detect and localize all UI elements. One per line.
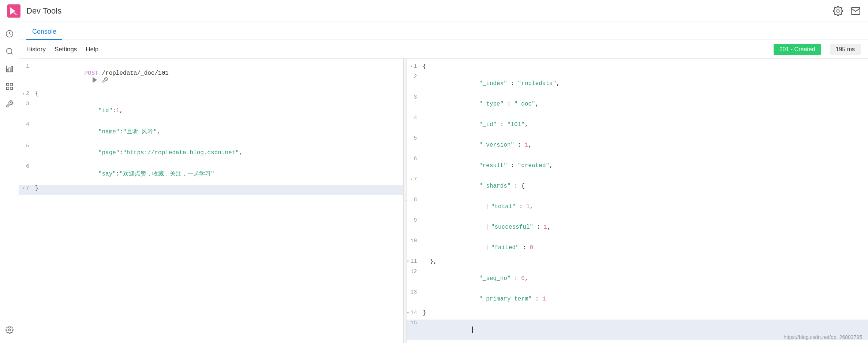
code-line: ▾7 "_shards" : { <box>407 176 868 196</box>
svg-rect-13 <box>10 87 12 89</box>
left-panel: 1 POST /ropledata/_doc/101 <box>19 59 404 343</box>
sidebar-item-search[interactable] <box>2 44 17 59</box>
line-number: ▾2 <box>19 91 34 97</box>
line-content: "_version" : 1, <box>421 135 868 155</box>
sidebar-item-devtools[interactable] <box>2 97 17 111</box>
line-number: 8 <box>407 197 421 203</box>
line-content: "say":"欢迎点赞，收藏，关注，一起学习" <box>34 163 403 184</box>
code-line: 2 "_index" : "ropledata", <box>407 73 868 94</box>
line-number: 15 <box>407 320 421 326</box>
svg-rect-11 <box>10 84 12 86</box>
line-number: ▾14 <box>407 310 421 316</box>
code-line: 3 "id":1, <box>19 100 403 121</box>
code-line: 8 |"total" : 1, <box>407 196 868 217</box>
code-line: 5 "_version" : 1, <box>407 135 868 155</box>
code-line: 12 "_seq_no" : 0, <box>407 268 868 289</box>
main-layout: Console History Settings Help 201 - Crea… <box>0 22 868 343</box>
line-content: "page":"https://ropledata.blog.csdn.net"… <box>34 143 403 163</box>
line-content: |"successful" : 1, <box>421 217 868 237</box>
svg-marker-15 <box>93 77 97 82</box>
line-number: ▾7 <box>19 185 34 191</box>
tab-console[interactable]: Console <box>26 24 62 40</box>
svg-line-4 <box>11 53 12 54</box>
code-line: 5 "page":"https://ropledata.blog.csdn.ne… <box>19 143 403 163</box>
line-number: 2 <box>407 74 421 80</box>
line-content: "_primary_term" : 1 <box>421 289 868 309</box>
code-line: ▾1 { <box>407 63 868 73</box>
line-content: |"total" : 1, <box>421 197 868 217</box>
line-number: 9 <box>407 217 421 224</box>
line-content: "_id" : "101", <box>421 115 868 134</box>
left-code-editor[interactable]: 1 POST /ropledata/_doc/101 <box>19 59 403 343</box>
toolbar: History Settings Help 201 - Created 195 … <box>19 40 868 59</box>
line-content: "id":1, <box>34 101 403 121</box>
editor-area: 1 POST /ropledata/_doc/101 <box>19 59 868 343</box>
line-number: 5 <box>407 135 421 141</box>
topbar-icons <box>833 6 861 16</box>
sidebar-item-dashboard[interactable] <box>2 79 17 94</box>
toolbar-help[interactable]: Help <box>86 46 98 53</box>
line-content: } <box>421 310 868 316</box>
mail-icon[interactable] <box>850 6 861 16</box>
line-number: ▾7 <box>407 176 421 182</box>
path-text: /ropledata/_doc/101 <box>98 70 169 77</box>
code-line: 4 "name":"且听_风吟", <box>19 121 403 143</box>
svg-rect-12 <box>6 87 8 89</box>
line-content: "_seq_no" : 0, <box>421 269 868 288</box>
text-cursor <box>472 327 473 333</box>
topbar: Dev Tools <box>0 0 868 22</box>
line-number: 6 <box>19 163 34 170</box>
code-line: ▾11 }, <box>407 258 868 268</box>
options-icon[interactable] <box>102 77 108 83</box>
svg-point-14 <box>8 329 11 331</box>
line-number: 4 <box>407 115 421 121</box>
line-number: 6 <box>407 156 421 162</box>
sidebar-item-settings[interactable] <box>2 322 17 337</box>
toolbar-history[interactable]: History <box>26 46 46 53</box>
line-content: { <box>421 63 868 70</box>
code-line: 10 |"failed" : 0 <box>407 237 868 258</box>
method-keyword: POST <box>84 70 98 77</box>
panel-divider[interactable]: ⋮ <box>404 59 407 343</box>
line-number: ▾1 <box>407 63 421 70</box>
run-icon[interactable] <box>91 77 98 83</box>
svg-point-3 <box>6 48 12 54</box>
svg-rect-10 <box>6 84 8 86</box>
sidebar-item-visualize[interactable] <box>2 62 17 76</box>
content-area: Console History Settings Help 201 - Crea… <box>19 22 868 343</box>
footer-url: https://blog.csdn.net/qq_26803795 <box>783 334 862 340</box>
line-content: "_type" : "_doc", <box>421 94 868 114</box>
line-number: 3 <box>19 101 34 107</box>
line-content: "name":"且听_风吟", <box>34 121 403 142</box>
code-line: 1 POST /ropledata/_doc/101 <box>19 63 403 90</box>
sidebar <box>0 22 19 343</box>
line-number: 4 <box>19 121 34 128</box>
svg-rect-7 <box>11 66 12 72</box>
tabs-row: Console <box>19 22 868 40</box>
code-line: 6 "result" : "created", <box>407 155 868 176</box>
line-number: 5 <box>19 143 34 149</box>
toolbar-settings[interactable]: Settings <box>55 46 77 53</box>
time-badge: 195 ms <box>830 44 861 55</box>
line-number: 3 <box>407 94 421 100</box>
line-content: |"failed" : 0 <box>421 238 868 258</box>
app-title: Dev Tools <box>26 6 833 16</box>
code-line: 6 "say":"欢迎点赞，收藏，关注，一起学习" <box>19 163 403 185</box>
code-line: 13 "_primary_term" : 1 <box>407 289 868 309</box>
app-logo <box>7 4 20 18</box>
code-line: ▾2 { <box>19 90 403 100</box>
settings-icon[interactable] <box>833 6 843 16</box>
code-line: 3 "_type" : "_doc", <box>407 94 868 114</box>
line-number: 10 <box>407 238 421 244</box>
right-code-editor[interactable]: ▾1 { 2 "_index" : "ropledata", 3 <box>407 59 868 343</box>
svg-rect-6 <box>9 68 10 72</box>
code-line: ▾7 } <box>19 185 403 195</box>
status-badge: 201 - Created <box>774 44 821 55</box>
line-content: "_index" : "ropledata", <box>421 74 868 93</box>
code-line: 4 "_id" : "101", <box>407 114 868 135</box>
sidebar-item-history[interactable] <box>2 26 17 41</box>
line-content: } <box>34 185 403 192</box>
line-content: "result" : "created", <box>421 156 868 176</box>
line-content: { <box>34 91 403 97</box>
line-content: }, <box>421 258 868 265</box>
